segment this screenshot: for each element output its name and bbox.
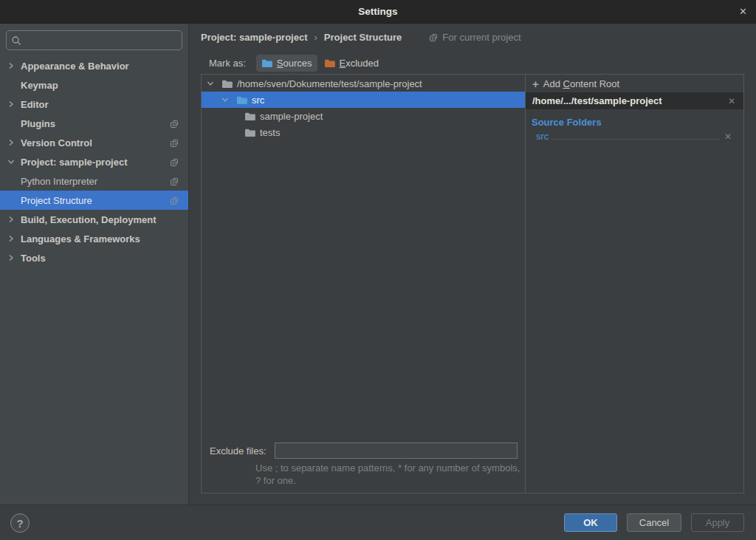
folder-gray-icon bbox=[244, 112, 255, 121]
content-root-path: /home/.../test/sample-project bbox=[532, 95, 726, 106]
breadcrumb-project[interactable]: Project: sample-project bbox=[201, 32, 308, 43]
tree-row-sample-project[interactable]: sample-project bbox=[202, 108, 525, 124]
cancel-button[interactable]: Cancel bbox=[627, 513, 681, 532]
chevron-slot bbox=[7, 158, 21, 165]
sidebar-item-label: Appearance & Behavior bbox=[21, 61, 129, 72]
search-icon bbox=[11, 35, 21, 46]
plus-icon: + bbox=[532, 79, 539, 89]
sidebar-item-build-execution-deployment[interactable]: Build, Execution, Deployment bbox=[0, 210, 188, 229]
sidebar-item-label: Tools bbox=[21, 253, 46, 264]
sidebar-item-languages-frameworks[interactable]: Languages & Frameworks bbox=[0, 229, 188, 248]
tree-row-label: sample-project bbox=[260, 111, 323, 122]
source-folders-title: Source Folders bbox=[532, 117, 743, 128]
folder-gray-icon bbox=[221, 79, 233, 89]
settings-dialog: Settings ✕ Appearance & BehaviorKeymapEd… bbox=[0, 0, 756, 540]
chevron-down-icon[interactable] bbox=[221, 96, 229, 103]
breadcrumb-separator-icon: › bbox=[315, 32, 317, 43]
exclude-files-hint: Use ; to separate name patterns, * for a… bbox=[255, 462, 521, 487]
content-roots-pane: + Add Content Root /home/.../test/sample… bbox=[526, 75, 743, 493]
settings-sidebar: Appearance & BehaviorKeymapEditorPlugins… bbox=[0, 24, 189, 505]
settings-search-box[interactable] bbox=[6, 30, 182, 50]
source-folder-row-src[interactable]: src✕ bbox=[526, 129, 743, 142]
tree-row-label: /home/sven/Dokumente/test/sample-project bbox=[237, 78, 422, 89]
dotted-leader bbox=[551, 131, 720, 140]
ok-button[interactable]: OK bbox=[564, 513, 617, 532]
settings-nav: Appearance & BehaviorKeymapEditorPlugins… bbox=[0, 56, 188, 267]
chevron-right-icon[interactable] bbox=[7, 139, 15, 146]
sidebar-item-project-structure[interactable]: Project Structure bbox=[0, 191, 188, 210]
close-icon[interactable]: ✕ bbox=[739, 6, 747, 18]
per-project-settings-icon bbox=[170, 177, 179, 186]
sidebar-item-label: Languages & Frameworks bbox=[21, 233, 140, 245]
sidebar-item-label: Plugins bbox=[21, 118, 55, 129]
chevron-slot bbox=[7, 62, 21, 69]
per-project-settings-icon bbox=[170, 138, 179, 148]
mark-as-sources-button[interactable]: Sources bbox=[256, 55, 317, 72]
mark-as-button-label: Sources bbox=[277, 58, 312, 69]
remove-source-folder-icon[interactable]: ✕ bbox=[723, 131, 733, 142]
breadcrumb-page: Project Structure bbox=[324, 32, 402, 43]
chevron-right-icon[interactable] bbox=[7, 216, 15, 223]
folder-gray-icon bbox=[244, 128, 255, 137]
sidebar-item-version-control[interactable]: Version Control bbox=[0, 133, 188, 152]
structure-panels: /home/sven/Dokumente/test/sample-project… bbox=[201, 74, 744, 493]
sidebar-item-label: Python Interpreter bbox=[21, 176, 97, 187]
chevron-right-icon[interactable] bbox=[7, 62, 15, 69]
chevron-slot bbox=[7, 254, 21, 262]
chevron-right-icon[interactable] bbox=[7, 100, 15, 108]
breadcrumb: Project: sample-project › Project Struct… bbox=[201, 30, 521, 44]
mark-as-excluded-button[interactable]: Excluded bbox=[319, 55, 384, 72]
dialog-title: Settings bbox=[358, 6, 397, 17]
exclude-files-row: Exclude files: bbox=[202, 442, 525, 459]
sidebar-item-label: Project Structure bbox=[21, 195, 92, 206]
sidebar-item-project-sample-project[interactable]: Project: sample-project bbox=[0, 152, 188, 171]
chevron-slot bbox=[7, 216, 21, 223]
chevron-slot bbox=[7, 235, 21, 242]
tree-row-src[interactable]: src bbox=[202, 92, 525, 108]
content-tree-pane: /home/sven/Dokumente/test/sample-project… bbox=[202, 75, 526, 493]
add-content-root-button[interactable]: + Add Content Root bbox=[526, 75, 743, 92]
for-current-project-label: For current project bbox=[442, 32, 520, 43]
chevron-right-icon[interactable] bbox=[7, 254, 15, 262]
chevron-right-icon[interactable] bbox=[7, 235, 15, 242]
add-content-root-label: Add Content Root bbox=[543, 78, 619, 89]
exclude-files-label: Exclude files: bbox=[210, 445, 267, 457]
chevron-down-icon[interactable] bbox=[7, 158, 15, 165]
remove-content-root-icon[interactable]: ✕ bbox=[726, 96, 737, 106]
sidebar-item-label: Version Control bbox=[21, 137, 92, 148]
sidebar-item-label: Keymap bbox=[21, 80, 58, 91]
folder-blue-icon bbox=[261, 58, 272, 68]
sidebar-item-python-interpreter[interactable]: Python Interpreter bbox=[0, 171, 188, 191]
chevron-slot bbox=[7, 139, 21, 146]
tree-row-tests[interactable]: tests bbox=[202, 124, 525, 140]
chevron-down-icon[interactable] bbox=[207, 80, 214, 87]
sidebar-item-tools[interactable]: Tools bbox=[0, 248, 188, 267]
sidebar-item-label: Project: sample-project bbox=[21, 157, 128, 168]
sidebar-item-label: Build, Execution, Deployment bbox=[21, 214, 156, 225]
chevron-slot bbox=[7, 100, 21, 108]
title-bar[interactable]: Settings ✕ bbox=[0, 0, 756, 24]
per-project-settings-icon bbox=[170, 196, 179, 205]
folder-blue-icon bbox=[236, 95, 247, 105]
help-button[interactable]: ? bbox=[10, 513, 30, 533]
sidebar-item-appearance-behavior[interactable]: Appearance & Behavior bbox=[0, 56, 188, 75]
tree-row-home-sven-dokumente-test-sample-project[interactable]: /home/sven/Dokumente/test/sample-project bbox=[202, 75, 525, 92]
exclude-files-input[interactable] bbox=[275, 442, 518, 459]
per-project-settings-icon bbox=[170, 157, 179, 167]
per-project-settings-icon bbox=[429, 33, 439, 42]
content-root-row[interactable]: /home/.../test/sample-project ✕ bbox=[526, 92, 743, 109]
apply-button[interactable]: Apply bbox=[691, 513, 744, 532]
sidebar-item-keymap[interactable]: Keymap bbox=[0, 75, 188, 95]
mark-as-toolbar: Mark as: SourcesExcluded bbox=[209, 54, 384, 72]
search-input[interactable] bbox=[25, 35, 177, 46]
per-project-icon bbox=[429, 33, 439, 42]
per-project-settings-icon bbox=[170, 119, 179, 129]
tree-row-label: src bbox=[252, 95, 264, 106]
dialog-footer: ? OK Cancel Apply bbox=[0, 505, 756, 540]
folder-orange-icon bbox=[324, 58, 335, 68]
mark-as-label: Mark as: bbox=[209, 58, 246, 69]
mark-as-button-label: Excluded bbox=[340, 58, 379, 69]
source-folder-name: src bbox=[536, 131, 549, 142]
sidebar-item-plugins[interactable]: Plugins bbox=[0, 114, 188, 133]
sidebar-item-editor[interactable]: Editor bbox=[0, 95, 188, 114]
